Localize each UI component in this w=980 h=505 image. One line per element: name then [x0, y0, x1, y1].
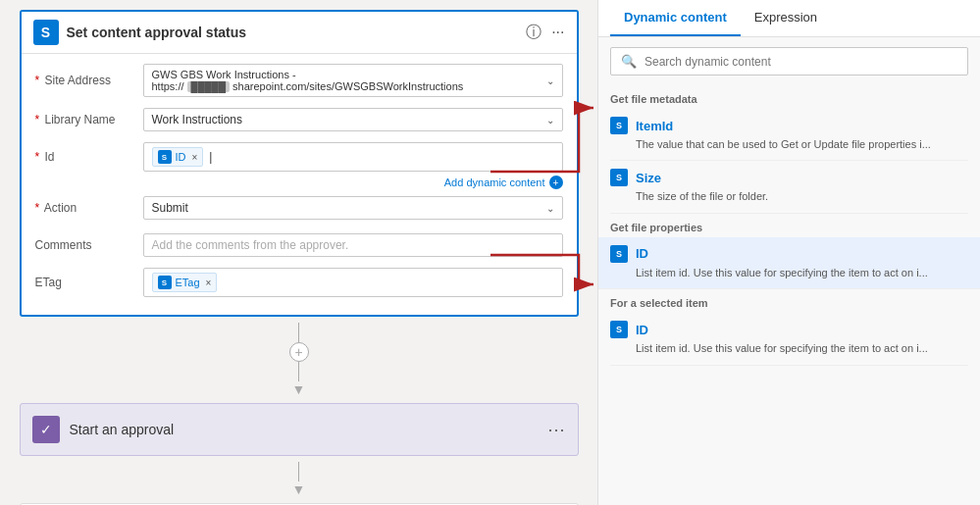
action-label: * Action: [35, 201, 143, 215]
card-title: Set content approval status: [67, 25, 519, 40]
etag-row: ETag S ETag ×: [35, 268, 563, 297]
connector-arrow-2: ▼: [292, 481, 306, 497]
etag-label: ETag: [35, 276, 143, 289]
id-selected-desc: List item id. Use this value for specify…: [610, 341, 968, 356]
id-cursor: |: [209, 150, 212, 164]
etag-token[interactable]: S ETag ×: [152, 273, 218, 292]
id-label: * Id: [35, 150, 143, 164]
add-dynamic-link[interactable]: Add dynamic content +: [35, 176, 563, 189]
panel-content: Get file metadata S ItemId The value tha…: [598, 85, 980, 505]
library-name-dropdown-arrow[interactable]: ⌄: [546, 115, 554, 126]
site-address-field[interactable]: GWS GBS Work Instructions - https:// ███…: [143, 64, 563, 97]
id-token-icon: S: [158, 150, 172, 164]
comments-row: Comments Add the comments from the appro…: [35, 230, 563, 260]
approval-icon: ✓: [32, 416, 60, 443]
site-address-text: GWS GBS Work Instructions -: [152, 69, 541, 80]
action-dropdown-arrow[interactable]: ⌄: [546, 203, 554, 214]
size-desc: The size of the file or folder.: [610, 189, 968, 204]
connector-2: ▼: [292, 456, 306, 503]
id-file-props-sp-icon: S: [610, 245, 628, 263]
search-icon: 🔍: [621, 54, 637, 69]
site-address-row: * Site Address GWS GBS Work Instructions…: [35, 64, 563, 97]
id-selected-name: ID: [636, 323, 648, 337]
etag-token-icon: S: [158, 276, 172, 289]
connector-1: + ▼: [289, 317, 309, 403]
add-dynamic-label: Add dynamic content: [444, 177, 545, 188]
card-header-icons: ⓘ ···: [526, 23, 564, 43]
id-token[interactable]: S ID ×: [152, 147, 204, 167]
library-name-value: Work Instructions: [152, 113, 242, 126]
action-field[interactable]: Submit ⌄: [143, 196, 563, 220]
comments-placeholder: Add the comments from the approver.: [152, 238, 349, 252]
set-content-approval-card: S Set content approval status ⓘ ··· * Si…: [20, 10, 579, 317]
dynamic-item-size[interactable]: S Size The size of the file or folder.: [610, 161, 968, 213]
add-step-button[interactable]: +: [289, 342, 309, 362]
id-file-props-name: ID: [636, 246, 648, 261]
id-field[interactable]: S ID × |: [143, 142, 563, 172]
add-dynamic-row: Add dynamic content +: [35, 176, 563, 189]
id-file-props-desc: List item id. Use this value for specify…: [610, 266, 968, 280]
id-token-close[interactable]: ×: [192, 152, 198, 163]
etag-token-close[interactable]: ×: [206, 278, 212, 288]
site-address-dropdown-arrow[interactable]: ⌄: [546, 76, 554, 86]
right-panel: Dynamic content Expression 🔍 Get file me…: [597, 0, 980, 505]
add-dynamic-plus-icon: +: [549, 176, 563, 189]
search-input[interactable]: [645, 55, 957, 69]
site-address-label: * Site Address: [35, 74, 143, 87]
library-name-row: * Library Name Work Instructions ⌄: [35, 105, 563, 134]
search-bar: 🔍: [610, 47, 968, 76]
id-row: * Id S ID × |: [35, 142, 563, 172]
connector-arrow-1: ▼: [292, 381, 306, 397]
itemid-desc: The value that can be used to Get or Upd…: [610, 137, 968, 152]
library-name-field[interactable]: Work Instructions ⌄: [143, 108, 563, 131]
section-for-selected-item: For a selected item: [610, 289, 968, 313]
size-sp-icon: S: [610, 169, 628, 186]
section-get-file-metadata: Get file metadata: [610, 85, 968, 109]
library-name-label: * Library Name: [35, 113, 143, 126]
dynamic-item-id-file-props[interactable]: S ID List item id. Use this value for sp…: [598, 237, 980, 289]
comments-label: Comments: [35, 238, 143, 252]
etag-field[interactable]: S ETag ×: [143, 268, 563, 297]
card-body: * Site Address GWS GBS Work Instructions…: [22, 54, 577, 315]
action-value: Submit: [152, 201, 188, 215]
action-row: * Action Submit ⌄: [35, 193, 563, 223]
sharepoint-icon: S: [33, 20, 59, 45]
tab-expression[interactable]: Expression: [741, 0, 831, 36]
start-approval-card: ✓ Start an approval ···: [20, 403, 579, 456]
dynamic-item-itemid[interactable]: S ItemId The value that can be used to G…: [610, 109, 968, 161]
size-name: Size: [636, 171, 661, 185]
info-icon[interactable]: ⓘ: [526, 23, 542, 43]
card-header: S Set content approval status ⓘ ···: [22, 12, 577, 54]
more-options-icon[interactable]: ···: [551, 24, 564, 41]
dynamic-item-id-selected[interactable]: S ID List item id. Use this value for sp…: [610, 313, 968, 365]
section-get-file-properties: Get file properties: [610, 214, 968, 237]
approval-more-icon[interactable]: ···: [547, 420, 565, 440]
panel-tabs: Dynamic content Expression: [598, 0, 980, 37]
itemid-name: ItemId: [636, 119, 673, 133]
itemid-sp-icon: S: [610, 117, 628, 134]
approval-title: Start an approval: [70, 422, 539, 437]
id-selected-sp-icon: S: [610, 321, 628, 338]
comments-field[interactable]: Add the comments from the approver.: [143, 233, 563, 257]
tab-dynamic-content[interactable]: Dynamic content: [610, 0, 741, 36]
